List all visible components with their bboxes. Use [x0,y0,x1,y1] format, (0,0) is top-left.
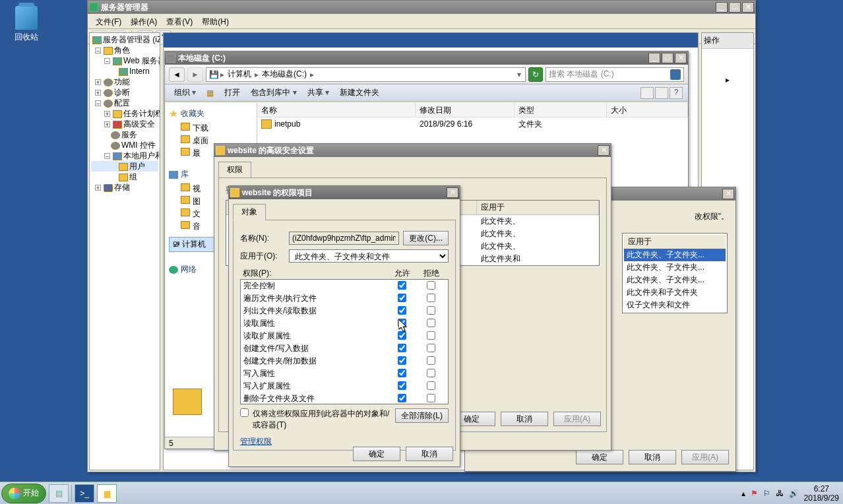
column-headers[interactable]: 名称 修改日期 类型 大小 [257,103,688,117]
allow-checkbox[interactable] [398,356,406,365]
apply-row[interactable]: 此文件夹、子文件夹... [624,261,726,274]
tray-network-icon[interactable]: 🖧 [776,489,784,498]
allow-checkbox[interactable] [398,381,406,390]
breadcrumb-computer[interactable]: 计算机 [226,69,253,80]
col-apply[interactable]: 应用于 [477,201,599,214]
menu-file[interactable]: 文件(F) [92,15,125,27]
server-manager-tree[interactable]: 服务器管理器 (iZ −角色 −Web 服务器 Intern +功能 +诊断 −… [89,32,160,470]
sidebar-downloads[interactable]: 下载 [168,122,254,135]
name-field[interactable] [289,232,399,245]
permission-row[interactable]: 写入属性 [241,367,448,380]
cmd-newfolder[interactable]: 新建文件夹 [336,86,383,100]
maximize-button[interactable]: □ [662,53,673,63]
permission-row[interactable]: 创建文件夹/附加数据 [241,355,448,367]
menu-help[interactable]: 帮助(H) [198,15,233,27]
cmd-organize[interactable]: 组织 [170,86,200,100]
tab-object[interactable]: 对象 [233,204,266,220]
server-manager-titlebar[interactable]: 服务器管理器 _ □ ✕ [88,1,755,14]
cmd-open[interactable]: 打开 [220,86,244,100]
close-button[interactable]: ✕ [742,2,754,13]
tray-chevron-icon[interactable]: ▴ [741,489,745,498]
manage-permissions-link[interactable]: 管理权限 [240,437,272,446]
tree-features[interactable]: 功能 [114,77,130,86]
tree-wmi[interactable]: WMI 控件 [121,141,156,150]
allow-checkbox[interactable] [398,344,406,352]
taskbar[interactable]: 开始 ▤ >_ ▆ ▴ ⚑ ⚐ 🖧 🔊 6:27 2018/9/29 [0,482,843,504]
help-button[interactable]: ? [670,87,683,99]
applyto-select[interactable]: 此文件夹、子文件夹和文件 [289,249,449,263]
minimize-button[interactable]: _ [648,53,660,63]
permission-row[interactable]: 读取属性 [241,317,448,330]
close-button[interactable]: ✕ [447,187,458,198]
deny-checkbox[interactable] [427,356,435,365]
cmd-share[interactable]: 共享 [303,86,333,100]
permission-row[interactable]: 遍历文件夹/执行文件 [241,292,448,305]
apply-only-checkbox[interactable] [240,408,249,417]
permission-row[interactable]: 完全控制 [241,280,448,292]
cmd-include[interactable]: 包含到库中 [247,86,300,100]
apply-row[interactable]: 此文件夹、子文件夹... [624,274,726,286]
tree-roles[interactable]: 角色 [114,46,130,55]
explorer-titlebar[interactable]: 本地磁盘 (C:) _ □ ✕ [165,51,688,65]
deny-checkbox[interactable] [427,394,435,402]
deny-checkbox[interactable] [427,369,435,377]
permission-row[interactable]: 创建文件/写入数据 [241,342,448,355]
permission-row[interactable]: 读取扩展属性 [241,330,448,342]
deny-checkbox[interactable] [427,306,435,315]
allow-checkbox[interactable] [398,331,406,340]
tray-clock[interactable]: 6:27 2018/9/29 [804,484,839,503]
tree-users[interactable]: 用户 [129,162,145,171]
permission-row[interactable]: 删除子文件夹及文件 [241,393,448,404]
breadcrumb-drive[interactable]: 本地磁盘(C:) [260,69,309,80]
tree-groups[interactable]: 组 [129,172,137,181]
cancel-button[interactable]: 取消 [501,412,548,426]
permissions-list[interactable]: 完全控制遍历文件夹/执行文件列出文件夹/读取数据读取属性读取扩展属性创建文件/写… [240,279,449,404]
col-size[interactable]: 大小 [607,103,688,117]
view-details-button[interactable] [655,87,668,99]
search-icon[interactable] [670,69,681,80]
col-date[interactable]: 修改日期 [416,103,515,117]
recycle-bin[interactable]: 回收站 [12,5,41,43]
cancel-button[interactable]: 取消 [629,450,676,464]
ok-button[interactable]: 确定 [353,447,400,461]
tray-volume-icon[interactable]: 🔊 [789,489,799,498]
col-type[interactable]: 类型 [515,103,607,117]
minimize-button[interactable]: _ [716,2,728,13]
deny-checkbox[interactable] [427,331,435,340]
search-box[interactable]: 搜索 本地磁盘 (C:) [546,67,684,82]
refresh-button[interactable]: ↻ [528,67,543,82]
fwd-button[interactable]: ► [187,67,203,82]
close-button[interactable]: ✕ [722,189,734,199]
allow-checkbox[interactable] [398,369,406,377]
back-button[interactable]: ◄ [169,67,185,82]
tree-diag[interactable]: 诊断 [114,88,130,97]
apply-row[interactable]: 此文件夹和子文件夹 [624,286,726,299]
tab-permissions[interactable]: 权限 [218,162,251,178]
deny-checkbox[interactable] [427,344,435,352]
taskbar-servermgr-icon[interactable]: ▤ [49,484,69,503]
tree-root[interactable]: 服务器管理器 (iZ [103,35,160,44]
deny-checkbox[interactable] [427,294,435,302]
menu-view[interactable]: 查看(V) [162,15,197,27]
allow-checkbox[interactable] [398,294,406,302]
maximize-button[interactable]: □ [729,2,741,13]
permission-row[interactable]: 写入扩展属性 [241,380,448,393]
tree-advsec[interactable]: 高级安全 [123,119,155,129]
deny-checkbox[interactable] [427,381,435,390]
tree-storage[interactable]: 存储 [114,183,130,192]
allow-checkbox[interactable] [398,319,406,327]
apply-header[interactable]: 应用于 [624,235,726,249]
apply-row[interactable]: 仅子文件夹和文件 [624,299,726,311]
allow-checkbox[interactable] [398,306,406,315]
col-name[interactable]: 名称 [257,103,416,117]
actions-expand-icon[interactable]: ▸ [702,49,753,111]
address-bar[interactable]: 💾 ▸ 计算机 ▸ 本地磁盘(C:) ▸ ▾ [206,67,526,82]
tree-config[interactable]: 配置 [114,98,130,108]
clear-all-button[interactable]: 全部清除(L) [395,408,449,423]
allow-checkbox[interactable] [398,394,406,402]
file-row[interactable]: inetpub 2018/9/29 6:16 文件夹 [257,117,688,131]
apply-row[interactable]: 此文件夹、子文件夹... [624,249,726,261]
adv-titlebar[interactable]: website 的高级安全设置 ✕ [214,144,611,157]
start-button[interactable]: 开始 [1,484,46,503]
close-button[interactable]: ✕ [675,53,687,63]
